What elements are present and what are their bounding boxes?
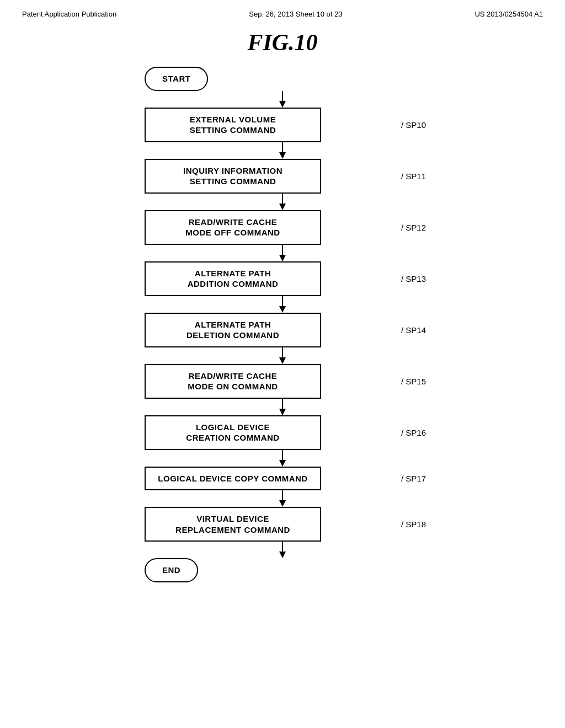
flow-box-start: START (145, 67, 208, 91)
step-label-sp12: / SP12 (401, 223, 426, 232)
svg-marker-7 (279, 255, 286, 261)
svg-marker-11 (279, 357, 286, 364)
flow-node-end: END (145, 558, 420, 582)
svg-marker-5 (279, 204, 286, 210)
flow-box-sp13: ALTERNATE PATHADDITION COMMAND (145, 261, 321, 296)
flow-node-sp10: EXTERNAL VOLUMESETTING COMMAND/ SP10 (145, 108, 420, 142)
step-label-sp17: / SP17 (401, 474, 426, 483)
step-label-sp10: / SP10 (401, 120, 426, 130)
svg-marker-19 (279, 552, 286, 558)
header-left: Patent Application Publication (22, 10, 116, 18)
step-label-sp14: / SP14 (401, 325, 426, 335)
flow-arrow (277, 347, 288, 364)
flow-arrow (277, 542, 288, 558)
flowchart: START EXTERNAL VOLUMESETTING COMMAND/ SP… (0, 67, 565, 604)
flow-node-sp18: VIRTUAL DEVICEREPLACEMENT COMMAND/ SP18 (145, 507, 420, 542)
flow-node-sp12: READ/WRITE CACHEMODE OFF COMMAND/ SP12 (145, 210, 420, 245)
flow-arrow (277, 490, 288, 507)
flow-box-sp18: VIRTUAL DEVICEREPLACEMENT COMMAND (145, 507, 321, 542)
flow-arrow (277, 245, 288, 261)
flow-arrow (277, 399, 288, 415)
flow-node-sp17: LOGICAL DEVICE COPY COMMAND/ SP17 (145, 467, 420, 491)
flow-node-start: START (145, 67, 420, 91)
step-label-sp11: / SP11 (401, 172, 426, 181)
flow-node-sp14: ALTERNATE PATHDELETION COMMAND/ SP14 (145, 313, 420, 347)
flow-arrow (277, 194, 288, 210)
svg-marker-15 (279, 460, 286, 467)
flow-box-sp14: ALTERNATE PATHDELETION COMMAND (145, 313, 321, 347)
header-right: US 2013/0254504 A1 (475, 10, 543, 18)
flow-box-sp10: EXTERNAL VOLUMESETTING COMMAND (145, 108, 321, 142)
flow-arrow (277, 296, 288, 313)
step-label-sp18: / SP18 (401, 520, 426, 529)
flow-node-sp15: READ/WRITE CACHEMODE ON COMMAND/ SP15 (145, 364, 420, 399)
flow-box-sp16: LOGICAL DEVICECREATION COMMAND (145, 415, 321, 450)
header-center: Sep. 26, 2013 Sheet 10 of 23 (249, 10, 342, 18)
figure-title: FIG.10 (0, 29, 565, 56)
step-label-sp13: / SP13 (401, 274, 426, 283)
svg-marker-17 (279, 500, 286, 507)
flow-node-sp11: INQUIRY INFORMATIONSETTING COMMAND/ SP11 (145, 159, 420, 194)
flow-arrow (277, 450, 288, 467)
step-label-sp16: / SP16 (401, 428, 426, 437)
flow-node-sp16: LOGICAL DEVICECREATION COMMAND/ SP16 (145, 415, 420, 450)
svg-marker-13 (279, 409, 286, 415)
flow-arrow (277, 91, 288, 108)
svg-marker-1 (279, 101, 286, 108)
svg-marker-3 (279, 152, 286, 159)
flow-box-sp11: INQUIRY INFORMATIONSETTING COMMAND (145, 159, 321, 194)
flow-box-sp17: LOGICAL DEVICE COPY COMMAND (145, 467, 321, 491)
svg-marker-9 (279, 306, 286, 313)
step-label-sp15: / SP15 (401, 377, 426, 386)
page-header: Patent Application Publication Sep. 26, … (0, 0, 565, 24)
flow-box-end: END (145, 558, 198, 582)
flow-arrow (277, 142, 288, 159)
flow-box-sp12: READ/WRITE CACHEMODE OFF COMMAND (145, 210, 321, 245)
flow-node-sp13: ALTERNATE PATHADDITION COMMAND/ SP13 (145, 261, 420, 296)
flow-box-sp15: READ/WRITE CACHEMODE ON COMMAND (145, 364, 321, 399)
